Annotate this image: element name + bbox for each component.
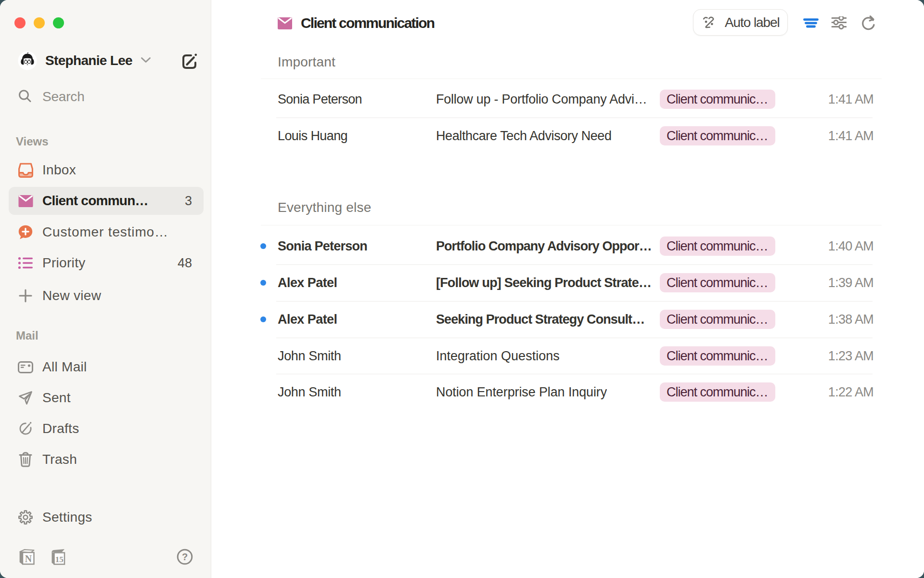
svg-text:?: ? [182,552,188,562]
svg-text:15: 15 [55,555,64,564]
svg-text:N: N [25,553,32,564]
